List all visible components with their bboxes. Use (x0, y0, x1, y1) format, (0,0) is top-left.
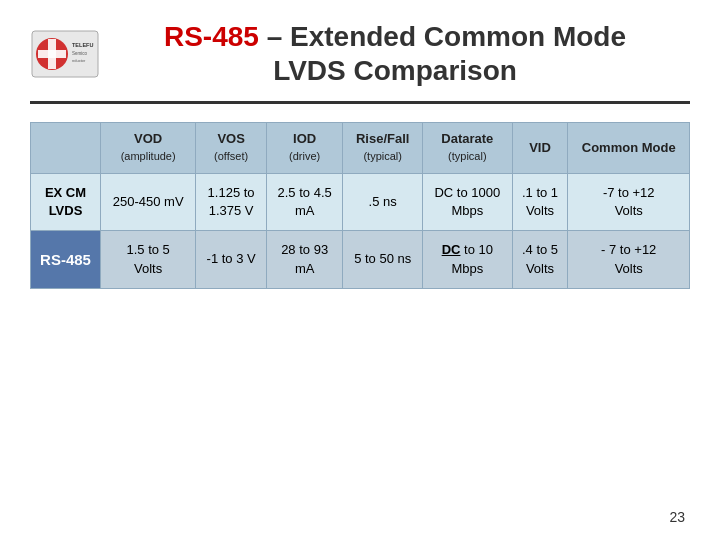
excm-vid: .1 to 1Volts (512, 173, 568, 230)
title-extended: – Extended Common Mode (259, 21, 626, 52)
col-header-vod: VOD (amplitude) (101, 123, 196, 174)
rs485-rise-fall: 5 to 50 ns (343, 231, 423, 288)
table-header-row: VOD (amplitude) VOS (offset) IOD (drive)… (31, 123, 690, 174)
excm-iod: 2.5 to 4.5mA (266, 173, 342, 230)
header: TELEFU Semico nductor RS-485 – Extended … (30, 20, 690, 87)
logo: TELEFU Semico nductor (30, 29, 100, 79)
rs485-vos: -1 to 3 V (196, 231, 267, 288)
col-header-rise-fall: Rise/Fall (typical) (343, 123, 423, 174)
rs485-datarate: DC to 10Mbps (423, 231, 513, 288)
title-rs485: RS-485 (164, 21, 259, 52)
page-title: RS-485 – Extended Common Mode LVDS Compa… (100, 20, 690, 87)
header-divider (30, 101, 690, 104)
comparison-table: VOD (amplitude) VOS (offset) IOD (drive)… (30, 122, 690, 289)
row-label-excm: EX CMLVDS (31, 173, 101, 230)
table-row: EX CMLVDS 250-450 mV 1.125 to1.375 V 2.5… (31, 173, 690, 230)
rs485-iod: 28 to 93mA (266, 231, 342, 288)
svg-text:Semico: Semico (72, 51, 88, 56)
rs485-vid: .4 to 5Volts (512, 231, 568, 288)
col-header-common-mode: Common Mode (568, 123, 690, 174)
svg-text:TELEFU: TELEFU (72, 42, 93, 48)
col-header-vid: VID (512, 123, 568, 174)
col-header-datarate: Datarate (typical) (423, 123, 513, 174)
svg-text:nductor: nductor (72, 58, 86, 63)
svg-rect-3 (38, 50, 66, 58)
rs485-common-mode: - 7 to +12Volts (568, 231, 690, 288)
excm-rise-fall: .5 ns (343, 173, 423, 230)
excm-datarate: DC to 1000Mbps (423, 173, 513, 230)
excm-vod: 250-450 mV (101, 173, 196, 230)
row-label-rs485: RS-485 (31, 231, 101, 288)
table-row: RS-485 1.5 to 5Volts -1 to 3 V 28 to 93m… (31, 231, 690, 288)
col-header-empty (31, 123, 101, 174)
excm-vos: 1.125 to1.375 V (196, 173, 267, 230)
title-lvds: LVDS Comparison (273, 55, 517, 86)
rs485-vod: 1.5 to 5Volts (101, 231, 196, 288)
page: TELEFU Semico nductor RS-485 – Extended … (0, 0, 720, 540)
page-number: 23 (669, 509, 685, 525)
excm-common-mode: -7 to +12Volts (568, 173, 690, 230)
col-header-vos: VOS (offset) (196, 123, 267, 174)
col-header-iod: IOD (drive) (266, 123, 342, 174)
title-block: RS-485 – Extended Common Mode LVDS Compa… (100, 20, 690, 87)
